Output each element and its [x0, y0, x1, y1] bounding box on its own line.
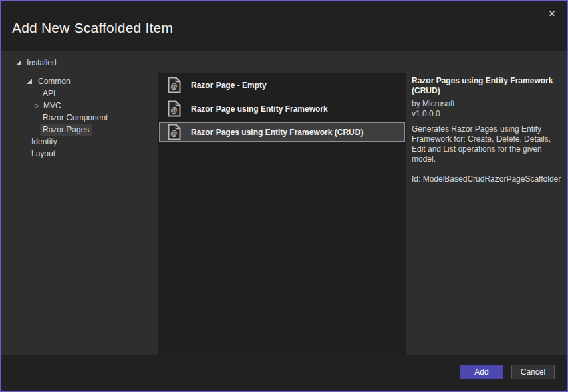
details-panel: Razor Pages using Entity Framework (CRUD…: [412, 76, 564, 184]
tree-item-api[interactable]: API: [1, 87, 156, 100]
scaffold-item-list: @ Razor Page - Empty @ Razor Page using …: [158, 73, 406, 355]
tree-item-identity[interactable]: Identity: [1, 136, 156, 148]
expand-arrow-icon[interactable]: [35, 100, 39, 112]
tree-item-label: API: [40, 87, 58, 100]
svg-text:@: @: [171, 106, 178, 114]
tree-item-common[interactable]: Common: [1, 75, 156, 87]
close-icon[interactable]: ✕: [544, 6, 560, 22]
razor-page-icon: @: [168, 77, 181, 93]
list-item-razor-page-empty[interactable]: @ Razor Page - Empty: [159, 75, 405, 95]
details-description: Generates Razor Pages using Entity Frame…: [412, 124, 564, 164]
svg-text:@: @: [171, 130, 178, 137]
collapse-arrow-icon[interactable]: [27, 79, 32, 84]
razor-page-icon: @: [168, 100, 181, 117]
tree-item-label: Razor Component: [40, 112, 110, 124]
list-item-label: Razor Page using Entity Framework: [191, 104, 328, 114]
list-item-label: Razor Page - Empty: [191, 81, 267, 90]
razor-page-icon: @: [168, 124, 181, 140]
list-item-label: Razor Pages using Entity Framework (CRUD…: [191, 128, 363, 137]
tree-item-razor-component[interactable]: Razor Component: [1, 112, 156, 124]
tree-item-label: Installed: [24, 57, 59, 69]
svg-text:@: @: [171, 83, 178, 90]
add-scaffolded-item-dialog: Add New Scaffolded Item ✕ InstalledCommo…: [0, 0, 568, 392]
tree-item-razor-pages[interactable]: Razor Pages: [1, 124, 156, 136]
list-item-razor-pages-using-entity-framework-crud[interactable]: @ Razor Pages using Entity Framework (CR…: [159, 122, 405, 142]
razor-page-icon: @: [168, 77, 181, 93]
collapse-arrow-icon[interactable]: [16, 60, 21, 65]
tree-item-label: Layout: [29, 148, 58, 160]
list-item-razor-page-using-entity-framework[interactable]: @ Razor Page using Entity Framework: [159, 99, 405, 118]
tree-item-label: Identity: [29, 136, 60, 148]
details-version: v1.0.0.0: [412, 109, 564, 119]
details-title: Razor Pages using Entity Framework (CRUD…: [412, 76, 564, 96]
add-button[interactable]: Add: [460, 365, 503, 379]
razor-page-icon: @: [168, 100, 181, 117]
cancel-button[interactable]: Cancel: [511, 365, 555, 379]
tree-item-label: MVC: [41, 100, 64, 112]
tree-item-label: Razor Pages: [40, 124, 92, 136]
details-author: by Microsoft: [412, 99, 564, 109]
tree-item-layout[interactable]: Layout: [1, 148, 156, 160]
details-id: Id: ModelBasedCrudRazorPageScaffolder: [412, 174, 564, 184]
razor-page-icon: @: [168, 124, 181, 140]
tree-item-mvc[interactable]: MVC: [1, 100, 156, 112]
category-tree: InstalledCommonAPIMVCRazor ComponentRazo…: [1, 57, 156, 160]
dialog-content: InstalledCommonAPIMVCRazor ComponentRazo…: [1, 51, 567, 355]
dialog-footer: Add Cancel: [1, 355, 567, 391]
tree-item-installed[interactable]: Installed: [1, 57, 156, 69]
dialog-title: Add New Scaffolded Item: [12, 20, 173, 36]
title-bar: Add New Scaffolded Item ✕: [1, 1, 567, 51]
tree-item-label: Common: [35, 75, 74, 87]
